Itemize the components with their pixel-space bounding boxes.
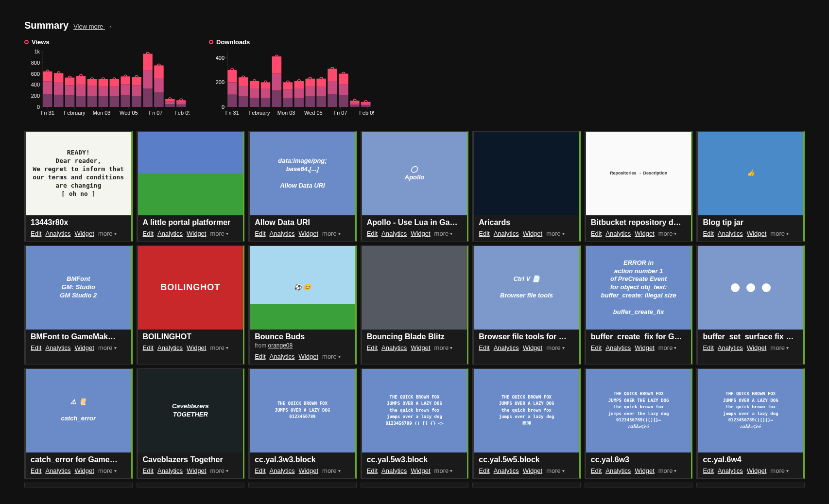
more-button[interactable]: more ▾ [546, 344, 565, 351]
more-button[interactable]: more ▾ [322, 467, 341, 474]
project-title[interactable]: cc.yal.3w3.block [250, 452, 355, 465]
edit-link[interactable]: Edit [367, 230, 378, 237]
widget-link[interactable]: Widget [635, 344, 654, 351]
edit-link[interactable]: Edit [31, 344, 41, 351]
analytics-link[interactable]: Analytics [494, 344, 519, 351]
widget-link[interactable]: Widget [523, 467, 542, 474]
project-title[interactable]: Apollo - Use Lua in Ga… [362, 215, 467, 228]
project-thumbnail[interactable] [138, 132, 243, 215]
analytics-link[interactable]: Analytics [605, 230, 631, 237]
project-thumbnail[interactable]: ⚠ 📜 catch_error [26, 369, 131, 452]
analytics-link[interactable]: Analytics [270, 467, 295, 474]
analytics-link[interactable]: Analytics [605, 467, 631, 474]
project-title[interactable]: buffer_set_surface fix … [698, 330, 803, 342]
project-thumbnail[interactable]: BMFont GM: Studio GM Studio 2 [26, 246, 131, 330]
project-thumbnail[interactable]: BOILINGHOT [138, 246, 243, 330]
edit-link[interactable]: Edit [479, 467, 489, 474]
edit-link[interactable]: Edit [31, 467, 41, 474]
project-title[interactable]: BMFont to GameMak… [26, 330, 131, 342]
project-title[interactable]: cc.yal.6w3 [586, 452, 691, 465]
project-title[interactable]: cc.yal.5w3.block [362, 452, 467, 465]
more-button[interactable]: more ▾ [210, 467, 228, 474]
widget-link[interactable]: Widget [187, 230, 206, 237]
project-thumbnail[interactable]: THE QUICK BROWN FOX JUMPS OVER A LAZY DO… [698, 369, 803, 452]
edit-link[interactable]: Edit [143, 344, 154, 351]
analytics-link[interactable]: Analytics [157, 467, 183, 474]
more-button[interactable]: more ▾ [98, 467, 117, 474]
analytics-link[interactable]: Analytics [45, 230, 70, 237]
project-thumbnail[interactable]: Repositories → Description [586, 132, 691, 215]
widget-link[interactable]: Widget [523, 230, 542, 237]
analytics-link[interactable]: Analytics [718, 230, 743, 237]
widget-link[interactable]: Widget [411, 467, 430, 474]
project-title[interactable]: Bouncing Blade Blitz [362, 330, 467, 342]
view-more-link[interactable]: View more → [73, 23, 112, 30]
more-button[interactable]: more ▾ [434, 344, 453, 351]
project-title[interactable]: Allow Data URI [250, 215, 355, 228]
project-title[interactable]: Aricards [474, 215, 579, 228]
edit-link[interactable]: Edit [591, 467, 602, 474]
project-thumbnail[interactable]: Caveblazers TOGETHER [138, 369, 243, 452]
edit-link[interactable]: Edit [255, 230, 265, 237]
widget-link[interactable]: Widget [299, 230, 318, 237]
edit-link[interactable]: Edit [479, 344, 489, 351]
project-thumbnail[interactable] [474, 132, 579, 215]
widget-link[interactable]: Widget [299, 353, 318, 360]
analytics-link[interactable]: Analytics [157, 344, 183, 351]
project-thumbnail[interactable]: THE QUICK BROWN FOX JUMPS OVER A LAZY DO… [250, 369, 355, 452]
project-title[interactable]: cc.yal.6w4 [698, 452, 803, 465]
more-button[interactable]: more ▾ [770, 344, 789, 351]
project-thumbnail[interactable]: 👍 [698, 132, 803, 215]
project-thumbnail[interactable]: data:image/png; base64,[...] Allow Data … [250, 132, 355, 215]
widget-link[interactable]: Widget [523, 344, 542, 351]
project-thumbnail[interactable]: Ctrl V 📄 Browser file tools [474, 246, 579, 330]
edit-link[interactable]: Edit [591, 230, 602, 237]
project-thumbnail[interactable]: THE QUICK BROWN FOX JUMPS OVER A LAZY DO… [362, 369, 467, 452]
more-button[interactable]: more ▾ [210, 230, 228, 237]
widget-link[interactable]: Widget [635, 230, 654, 237]
project-thumbnail[interactable]: ◯ Apollo [362, 132, 467, 215]
edit-link[interactable]: Edit [479, 230, 489, 237]
project-thumbnail[interactable] [362, 246, 467, 330]
edit-link[interactable]: Edit [703, 230, 713, 237]
edit-link[interactable]: Edit [367, 344, 378, 351]
widget-link[interactable]: Widget [635, 467, 654, 474]
analytics-link[interactable]: Analytics [45, 467, 70, 474]
edit-link[interactable]: Edit [143, 467, 154, 474]
project-thumbnail[interactable]: READY! Dear reader, We regret to inform … [26, 132, 131, 215]
edit-link[interactable]: Edit [703, 467, 713, 474]
more-button[interactable]: more ▾ [210, 344, 228, 351]
edit-link[interactable]: Edit [255, 353, 265, 360]
more-button[interactable]: more ▾ [434, 230, 453, 237]
more-button[interactable]: more ▾ [658, 344, 677, 351]
edit-link[interactable]: Edit [143, 230, 154, 237]
analytics-link[interactable]: Analytics [381, 230, 407, 237]
analytics-link[interactable]: Analytics [270, 353, 295, 360]
more-button[interactable]: more ▾ [546, 230, 565, 237]
more-button[interactable]: more ▾ [546, 467, 565, 474]
widget-link[interactable]: Widget [411, 344, 430, 351]
project-thumbnail[interactable]: ⚽ 😊 [250, 246, 355, 330]
edit-link[interactable]: Edit [591, 344, 602, 351]
analytics-link[interactable]: Analytics [381, 344, 407, 351]
analytics-link[interactable]: Analytics [718, 467, 743, 474]
project-title[interactable]: BOILINGHOT [138, 330, 243, 342]
widget-link[interactable]: Widget [747, 230, 766, 237]
project-title[interactable]: Caveblazers Together [138, 452, 243, 465]
widget-link[interactable]: Widget [74, 344, 94, 351]
widget-link[interactable]: Widget [747, 344, 766, 351]
analytics-link[interactable]: Analytics [45, 344, 70, 351]
more-button[interactable]: more ▾ [322, 230, 341, 237]
more-button[interactable]: more ▾ [98, 230, 117, 237]
project-title[interactable]: Bounce Buds [250, 330, 355, 342]
project-title[interactable]: Bitbucket repository d… [586, 215, 691, 228]
project-title[interactable]: Browser file tools for … [474, 330, 579, 342]
widget-link[interactable]: Widget [74, 467, 94, 474]
more-button[interactable]: more ▾ [322, 353, 341, 360]
widget-link[interactable]: Widget [299, 467, 318, 474]
more-button[interactable]: more ▾ [658, 467, 677, 474]
edit-link[interactable]: Edit [255, 467, 265, 474]
analytics-link[interactable]: Analytics [605, 344, 631, 351]
project-title[interactable]: A little portal platformer [138, 215, 243, 228]
project-title[interactable]: 13443r80x [26, 215, 131, 228]
